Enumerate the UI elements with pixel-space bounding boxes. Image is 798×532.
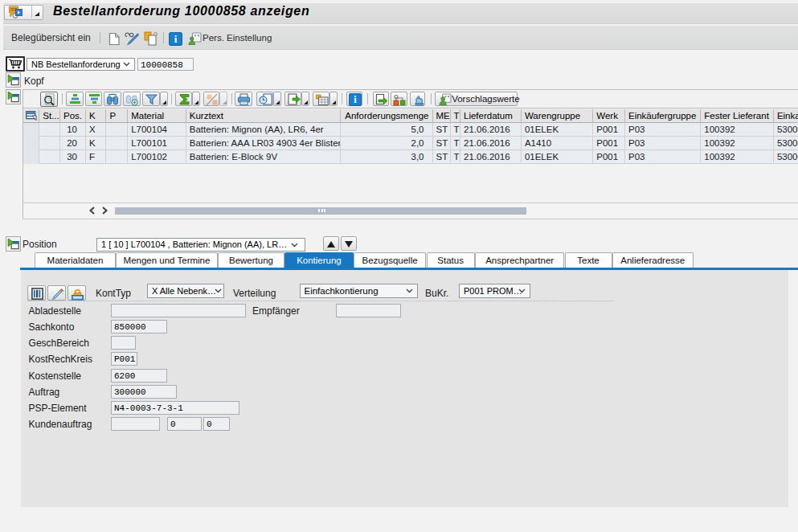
svg-text:i: i — [174, 33, 178, 45]
svg-text:i: i — [354, 94, 357, 105]
